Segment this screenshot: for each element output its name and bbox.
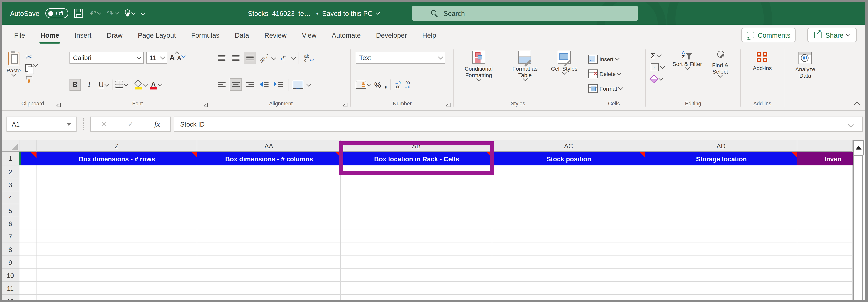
cell[interactable] bbox=[797, 165, 853, 178]
row-header-5[interactable]: 5 bbox=[2, 204, 20, 217]
fill-button[interactable] bbox=[651, 62, 671, 72]
cell[interactable] bbox=[797, 269, 853, 282]
row-header-12[interactable]: 12 bbox=[2, 295, 20, 300]
chevron-down-icon[interactable] bbox=[131, 10, 135, 15]
cell[interactable] bbox=[197, 230, 341, 243]
cell[interactable] bbox=[645, 256, 797, 269]
cell[interactable] bbox=[341, 217, 492, 230]
align-left-button[interactable] bbox=[216, 78, 228, 91]
cell[interactable] bbox=[645, 178, 797, 191]
cell[interactable] bbox=[20, 217, 36, 230]
wrap-text-button[interactable]: abc↩ bbox=[301, 52, 316, 64]
decrease-indent-button[interactable] bbox=[258, 78, 270, 91]
cell[interactable] bbox=[341, 243, 492, 256]
cell[interactable] bbox=[36, 282, 197, 295]
cell[interactable] bbox=[20, 243, 36, 256]
cell[interactable] bbox=[341, 191, 492, 204]
cell[interactable] bbox=[797, 178, 853, 191]
chevron-down-icon[interactable] bbox=[306, 81, 311, 86]
collapse-ribbon-button[interactable] bbox=[854, 102, 860, 107]
save-icon[interactable] bbox=[74, 9, 83, 18]
tab-developer[interactable]: Developer bbox=[368, 25, 414, 46]
cell[interactable] bbox=[197, 256, 341, 269]
row-header-8[interactable]: 8 bbox=[2, 243, 20, 256]
text-direction-button[interactable]: ›¶ bbox=[277, 52, 289, 64]
tab-insert[interactable]: Insert bbox=[67, 25, 99, 46]
sort-filter-button[interactable]: AZ Sort & Filter bbox=[671, 51, 704, 101]
cell[interactable] bbox=[341, 204, 492, 217]
comments-button[interactable]: Comments bbox=[741, 28, 796, 42]
chevron-down-icon[interactable] bbox=[124, 81, 128, 86]
cell[interactable] bbox=[797, 282, 853, 295]
cell[interactable] bbox=[36, 204, 197, 217]
expand-formula-bar-icon[interactable] bbox=[848, 121, 854, 127]
chevron-down-icon[interactable] bbox=[375, 10, 380, 15]
bold-button[interactable]: B bbox=[69, 79, 81, 91]
tab-review[interactable]: Review bbox=[257, 25, 294, 46]
cell[interactable] bbox=[797, 217, 853, 230]
increase-decimal-button[interactable]: ←0.00 bbox=[395, 81, 401, 89]
cell[interactable] bbox=[645, 204, 797, 217]
row-header-10[interactable]: 10 bbox=[2, 269, 20, 282]
cell[interactable] bbox=[341, 256, 492, 269]
cell[interactable] bbox=[492, 178, 645, 191]
format-painter-button[interactable] bbox=[26, 75, 33, 83]
font-dialog-launcher[interactable] bbox=[204, 103, 208, 107]
comma-style-button[interactable]: , bbox=[384, 82, 387, 88]
cell[interactable] bbox=[197, 217, 341, 230]
vertical-scrollbar[interactable] bbox=[852, 140, 863, 300]
cell[interactable] bbox=[645, 243, 797, 256]
middle-align-button[interactable] bbox=[230, 52, 242, 64]
cell[interactable] bbox=[36, 230, 197, 243]
cell[interactable] bbox=[797, 230, 853, 243]
delete-cells-button[interactable]: Delete bbox=[588, 67, 645, 80]
font-name-select[interactable]: Calibri bbox=[69, 52, 144, 64]
cell[interactable] bbox=[197, 243, 341, 256]
column-header-partial[interactable] bbox=[20, 140, 36, 152]
cell[interactable] bbox=[492, 256, 645, 269]
undo-button[interactable]: ↶ bbox=[89, 9, 101, 18]
cell[interactable] bbox=[20, 230, 36, 243]
customize-quick-access-toolbar-button[interactable] bbox=[141, 10, 145, 16]
cell[interactable] bbox=[341, 230, 492, 243]
tab-view[interactable]: View bbox=[294, 25, 324, 46]
row-header-2[interactable]: 2 bbox=[2, 165, 20, 178]
name-box-dropdown-icon[interactable] bbox=[66, 123, 71, 126]
chevron-down-icon[interactable] bbox=[290, 55, 295, 60]
cell[interactable] bbox=[492, 243, 645, 256]
insert-function-button[interactable]: fx bbox=[154, 120, 160, 129]
scroll-up-button[interactable] bbox=[853, 140, 864, 156]
tab-draw[interactable]: Draw bbox=[99, 25, 130, 46]
italic-button[interactable]: I bbox=[84, 79, 95, 91]
cell[interactable] bbox=[492, 191, 645, 204]
tab-file[interactable]: File bbox=[6, 25, 33, 46]
cell[interactable] bbox=[797, 191, 853, 204]
column-header-AA[interactable]: AA bbox=[197, 140, 341, 152]
cell[interactable] bbox=[197, 191, 341, 204]
addins-button[interactable]: Add-ins bbox=[753, 52, 772, 101]
font-size-select[interactable]: 11 bbox=[146, 52, 167, 64]
scrollbar-thumb[interactable] bbox=[853, 156, 863, 300]
select-all-corner[interactable] bbox=[2, 140, 20, 152]
tab-help[interactable]: Help bbox=[414, 25, 444, 46]
cell[interactable] bbox=[20, 295, 36, 300]
clipboard-dialog-launcher[interactable] bbox=[57, 103, 61, 107]
chevron-down-icon[interactable] bbox=[97, 10, 101, 15]
row-header-4[interactable]: 4 bbox=[2, 191, 20, 204]
cell[interactable] bbox=[797, 295, 853, 300]
cell-styles-button[interactable]: Cell Styles bbox=[550, 51, 578, 101]
cancel-entry-button[interactable]: ✕ bbox=[101, 120, 107, 128]
cell[interactable] bbox=[20, 178, 36, 191]
conditional-formatting-button[interactable]: Conditional Formatting bbox=[457, 51, 500, 101]
cell[interactable] bbox=[645, 191, 797, 204]
font-color-button[interactable]: A bbox=[150, 79, 162, 91]
cell[interactable] bbox=[492, 165, 645, 178]
cell[interactable] bbox=[645, 269, 797, 282]
cell[interactable] bbox=[645, 282, 797, 295]
cell[interactable] bbox=[36, 191, 197, 204]
cell[interactable] bbox=[492, 204, 645, 217]
cell[interactable] bbox=[197, 269, 341, 282]
chevron-down-icon[interactable] bbox=[367, 82, 371, 86]
cell-AC1[interactable]: Stock position bbox=[492, 152, 645, 165]
cell[interactable] bbox=[36, 243, 197, 256]
